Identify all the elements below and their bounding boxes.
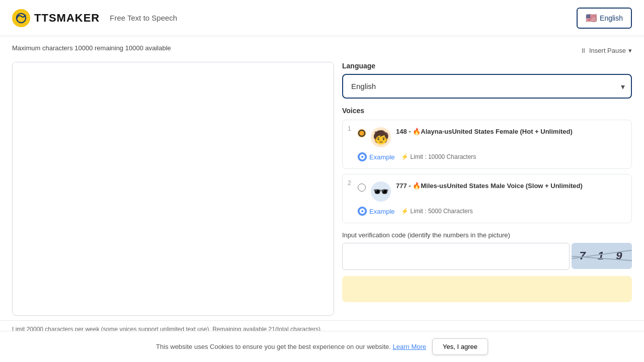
header: TTSMAKER Free Text to Speech 🇺🇸 English (0, 0, 644, 36)
logo-wrapper: TTSMAKER (12, 9, 100, 27)
example-label-1: Example (369, 153, 395, 161)
limit-text-2: Limit : 5000 Characters (411, 208, 473, 215)
language-select[interactable]: English Chinese Spanish French German Ja… (342, 74, 632, 99)
logo-icon (12, 9, 30, 27)
svg-marker-2 (362, 155, 364, 158)
language-select-wrapper: English Chinese Spanish French German Ja… (342, 74, 632, 99)
voice-avatar-1: 🧒 (371, 127, 391, 147)
voice-radio-1[interactable] (358, 129, 366, 137)
voice-card-1[interactable]: 1 🧒 148 - 🔥Alayna-usUnited States Female… (342, 120, 632, 169)
limit-icon-2: ⚡ (401, 208, 409, 215)
insert-pause-label: Insert Pause (589, 47, 626, 54)
insert-pause-chevron: ▾ (628, 47, 632, 54)
limit-icon-1: ⚡ (401, 153, 409, 160)
svg-marker-4 (362, 210, 364, 212)
example-button-1[interactable]: Example (358, 152, 395, 161)
example-label-2: Example (369, 208, 395, 215)
voice-card-1-top: 🧒 148 - 🔥Alayna-usUnited States Female (… (358, 127, 624, 147)
language-button[interactable]: 🇺🇸 English (577, 8, 632, 29)
top-controls: Maximum characters 10000 remaining 10000… (12, 44, 632, 57)
verification-row: 7 1 9 (342, 243, 632, 270)
play-icon-2 (358, 207, 367, 216)
voice-name-2: 777 - 🔥Miles-usUnited States Male Voice … (396, 182, 583, 191)
fire-icon-1: 🔥 (413, 128, 421, 135)
bottom-bar: Limit 20000 characters per week (some vo… (0, 320, 644, 324)
fire-icon-2: 🔥 (413, 182, 421, 190)
voice-radio-2[interactable] (358, 184, 366, 192)
voice-card-2-number: 2 (348, 179, 351, 187)
captcha-image[interactable]: 7 1 9 (572, 243, 632, 269)
voice-card-2[interactable]: 2 🕶️ 777 - 🔥Miles-usUnited States Male V… (342, 174, 632, 223)
limit-badge-2: ⚡ Limit : 5000 Characters (401, 208, 473, 215)
voice-card-1-number: 1 (348, 125, 351, 132)
textarea-wrapper (12, 62, 334, 316)
content-row: Language English Chinese Spanish French … (12, 62, 632, 316)
main-content: Maximum characters 10000 remaining 10000… (0, 36, 644, 324)
voice-meta-1: Example ⚡ Limit : 10000 Characters (358, 152, 624, 161)
language-button-label: English (600, 14, 623, 22)
limit-badge-1: ⚡ Limit : 10000 Characters (401, 153, 476, 160)
voice-card-2-top: 🕶️ 777 - 🔥Miles-usUnited States Male Voi… (358, 182, 624, 202)
voices-label: Voices (342, 107, 632, 115)
convert-area (342, 276, 632, 302)
voice-name-1: 148 - 🔥Alayna-usUnited States Female (Ho… (396, 127, 573, 136)
verification-label: Input verification code (identify the nu… (342, 231, 632, 239)
limit-text-1: Limit : 10000 Characters (411, 153, 476, 160)
verification-input[interactable] (342, 243, 570, 270)
char-info: Maximum characters 10000 remaining 10000… (12, 44, 171, 52)
insert-pause-button[interactable]: ⏸ Insert Pause ▾ (580, 47, 632, 54)
play-icon-1 (358, 152, 367, 161)
voice-avatar-2: 🕶️ (371, 182, 391, 202)
example-button-2[interactable]: Example (358, 207, 395, 216)
text-input[interactable] (13, 62, 334, 314)
flag-icon: 🇺🇸 (586, 13, 597, 24)
svg-point-0 (17, 13, 26, 22)
header-left: TTSMAKER Free Text to Speech (12, 9, 177, 27)
voice-meta-2: Example ⚡ Limit : 5000 Characters (358, 207, 624, 216)
language-label: Language (342, 62, 632, 70)
header-subtitle: Free Text to Speech (110, 14, 177, 22)
pause-icon: ⏸ (580, 47, 587, 54)
right-panel: Language English Chinese Spanish French … (342, 62, 632, 302)
logo-text: TTSMAKER (34, 12, 100, 25)
